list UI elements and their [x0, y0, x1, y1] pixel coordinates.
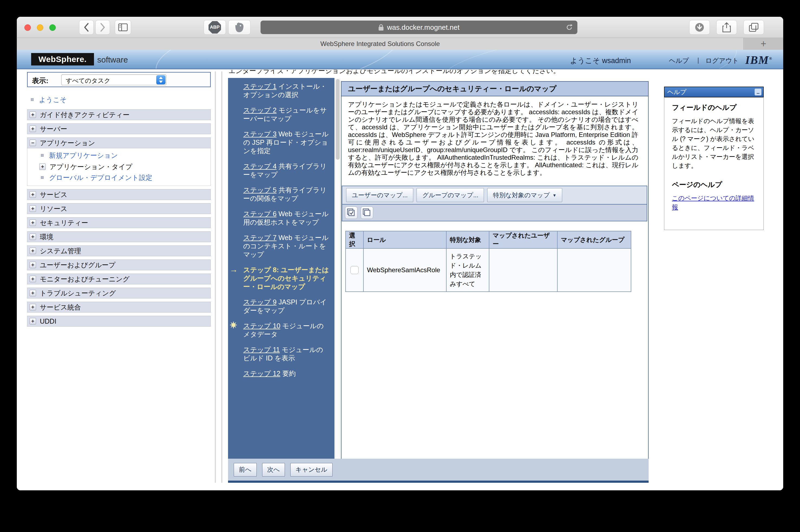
close-window-button[interactable] [24, 24, 31, 31]
wizard-step[interactable]: ステップ 12 要約 [243, 369, 330, 378]
step-link[interactable]: ステップ 12 [243, 369, 280, 377]
field-help-text: フィールドのヘルプ情報を表示するには、ヘルプ・カーソル (? マーク) が表示さ… [672, 117, 760, 170]
tab-title: WebSphere Integrated Solutions Console [321, 40, 440, 48]
forward-button[interactable] [95, 20, 110, 35]
step-link[interactable]: ステップ 3 [243, 130, 276, 138]
security-roles-table: 選択ロール特別な対象マップされたユーザーマップされたグループ WebSphere… [345, 231, 631, 292]
sidebar-section[interactable]: +サーバー [27, 124, 211, 134]
evernote-extension-button[interactable] [228, 20, 251, 35]
reload-icon[interactable] [565, 23, 573, 31]
banner-logout-link[interactable]: ログアウト [706, 56, 739, 65]
step-link[interactable]: ステップ 5 [243, 186, 276, 194]
wizard-steps-panel: ステップ 1 インストール・オプションの選択ステップ 2 モジュールをサーバーに… [228, 78, 334, 459]
step-link[interactable]: ステップ 4 [243, 163, 276, 170]
share-button[interactable] [716, 20, 737, 35]
banner-help-link[interactable]: ヘルプ [669, 56, 689, 65]
view-label: 表示: [32, 76, 49, 86]
address-bar[interactable]: was.docker.mognet.net [260, 21, 577, 34]
expander-icon[interactable]: + [30, 248, 36, 254]
expander-icon[interactable]: + [30, 262, 36, 268]
select-all-button[interactable] [345, 207, 358, 219]
sidebar-toggle-button[interactable] [115, 20, 131, 35]
ibm-logo: IBM® [745, 54, 772, 66]
sidebar-section[interactable]: +サービス統合 [27, 302, 211, 312]
sidebar-subsection[interactable]: +アプリケーション・タイプ [37, 162, 211, 172]
splitter-line-right[interactable] [221, 72, 222, 483]
sidebar-section[interactable]: −アプリケーション [27, 137, 211, 148]
expander-icon[interactable]: + [30, 126, 36, 132]
special-subject-cell: トラステッド・レルム内で認証済みすべて [446, 248, 489, 292]
sidebar-item-link[interactable]: 新規アプリケーション [37, 151, 211, 160]
step-link[interactable]: ステップ 9 [243, 298, 276, 306]
step-link[interactable]: ステップ 7 [243, 234, 276, 241]
sidebar-section[interactable]: +トラブルシューティング [27, 288, 211, 299]
wizard-step[interactable]: ステップ 11 モジュールのビルド ID を表示 [243, 345, 330, 362]
wizard-step[interactable]: ステップ 3 Web モジュール の JSP 再ロード・オプションを指定 [243, 130, 330, 155]
wizard-step[interactable]: ステップ 6 Web モジュール用の仮想ホストをマップ [243, 210, 330, 227]
expander-icon[interactable]: + [30, 112, 36, 118]
step-link[interactable]: ステップ 8: [243, 266, 279, 273]
sidebar-section[interactable]: +システム管理 [27, 245, 211, 256]
minimize-window-button[interactable] [37, 24, 43, 31]
expander-icon[interactable]: − [30, 140, 36, 146]
sidebar-item-link[interactable]: ようこそ [27, 95, 211, 104]
map-special-subjects-button[interactable]: 特別な対象のマップ ▼ [487, 188, 562, 202]
wizard-step[interactable]: ステップ 2 モジュールをサーバーにマップ [243, 106, 330, 123]
expander-icon[interactable]: + [39, 164, 46, 170]
downloads-button[interactable] [689, 20, 710, 35]
wizard-step[interactable]: ステップ 4 共有ライブラリーをマップ [243, 162, 330, 179]
map-groups-button[interactable]: グループのマップ... [417, 188, 484, 202]
step-link[interactable]: ステップ 2 [243, 106, 276, 114]
back-button[interactable] [79, 20, 94, 35]
expander-icon[interactable]: + [30, 191, 36, 198]
sidebar-item-link[interactable]: グローバル・デプロイメント設定 [37, 173, 211, 182]
adblock-plus-extension-button[interactable]: ABP [204, 20, 226, 35]
content-scrollbar[interactable] [335, 78, 340, 457]
sidebar-section-label: UDDI [40, 318, 56, 325]
expander-icon[interactable]: + [30, 318, 36, 324]
sidebar-section[interactable]: +ユーザーおよびグループ [27, 260, 211, 270]
deselect-all-button[interactable] [361, 207, 373, 219]
step-link[interactable]: ステップ 10 [243, 322, 280, 329]
splitter-line-left[interactable] [215, 72, 216, 483]
sidebar-section[interactable]: +ガイド付きアクティビティー [27, 109, 211, 120]
scrollbar-thumb[interactable] [336, 79, 340, 160]
cancel-button[interactable]: キャンセル [290, 463, 332, 477]
sidebar-section[interactable]: +モニターおよびチューニング [27, 273, 211, 284]
tab-overview-button[interactable] [743, 20, 764, 35]
sidebar-section[interactable]: +環境 [27, 231, 211, 242]
expander-icon[interactable]: + [30, 290, 36, 296]
sidebar-section[interactable]: +リソース [27, 203, 211, 214]
sidebar-nav: ようこそ+ガイド付きアクティビティー+サーバー−アプリケーション新規アプリケーシ… [27, 95, 211, 330]
lock-icon [378, 24, 384, 31]
page-help-link[interactable]: このページについての詳細情報 [672, 194, 760, 212]
websphere-logo: WebSphere. [31, 53, 94, 65]
zoom-window-button[interactable] [49, 24, 56, 31]
expander-icon[interactable]: + [30, 304, 36, 310]
wizard-step[interactable]: ステップ 10 モジュールのメタデータ [243, 322, 330, 339]
wizard-step[interactable]: ステップ 1 インストール・オプションの選択 [243, 82, 330, 99]
sidebar-section[interactable]: +UDDI [27, 316, 211, 327]
expander-icon[interactable]: + [30, 220, 36, 226]
wizard-step[interactable]: ステップ 5 共有ライブラリーの関係をマップ [243, 186, 330, 203]
expander-icon[interactable]: + [30, 205, 36, 212]
wizard-step[interactable]: ステップ 9 JASPI プロバイダーをマップ [243, 298, 330, 315]
active-tab[interactable]: WebSphere Integrated Solutions Console [17, 38, 743, 50]
step-link[interactable]: ステップ 6 [243, 210, 276, 217]
next-button[interactable]: 次へ [262, 463, 285, 477]
sidebar-section[interactable]: +セキュリティー [27, 217, 211, 228]
wizard-step[interactable]: →ステップ 8: ユーザーまたはグループへのセキュリティー・ロールのマップ [243, 266, 330, 291]
step-link[interactable]: ステップ 1 [243, 82, 276, 90]
sidebar-section[interactable]: +サービス [27, 189, 211, 200]
task-filter-select[interactable]: すべてのタスク [61, 74, 166, 85]
help-minimize-button[interactable]: − [754, 89, 762, 96]
sidebar-link-label: 新規アプリケーション [49, 151, 118, 160]
expander-icon[interactable]: + [30, 233, 36, 240]
previous-button[interactable]: 前へ [234, 463, 257, 477]
step-link[interactable]: ステップ 11 [243, 346, 280, 354]
row-checkbox[interactable] [350, 266, 359, 274]
map-users-button[interactable]: ユーザーのマップ... [346, 188, 413, 202]
wizard-step[interactable]: ステップ 7 Web モジュールのコンテキスト・ルートをマップ [243, 233, 330, 259]
new-tab-button[interactable]: + [743, 38, 783, 50]
expander-icon[interactable]: + [30, 276, 36, 282]
